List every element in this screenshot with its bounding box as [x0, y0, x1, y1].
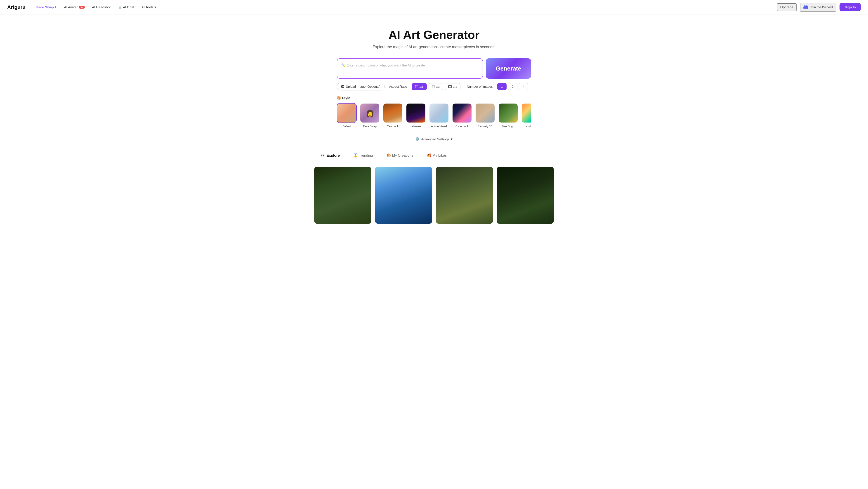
gallery-thumb-3: [436, 166, 493, 224]
gallery-item-3[interactable]: [436, 166, 493, 224]
style-image-halloween: [406, 103, 426, 123]
generate-button[interactable]: Generate: [486, 58, 531, 79]
style-face-swap[interactable]: 👩 Face Swap: [360, 103, 380, 128]
tab-my-likes-label: 🥰 My Likes: [427, 153, 447, 157]
style-section: 🎨 Style Default 👩 Face Swap Yearbook: [332, 96, 536, 135]
style-image-van-gogh: [499, 103, 518, 123]
num-2-button[interactable]: 2: [508, 83, 518, 90]
signin-button[interactable]: Sign In: [839, 3, 861, 11]
discord-label: Join the Discord: [810, 5, 833, 9]
nav-links: Face Swap ✦ AI Avatar hot AI Headshot 🍵 …: [34, 4, 777, 11]
logo[interactable]: Artguru: [7, 4, 26, 10]
style-thumb-landscape: [521, 103, 531, 123]
aspect-1-1[interactable]: 1:1: [412, 83, 427, 90]
num-options: 1 2 4: [497, 83, 528, 90]
controls-row: 🖼 Upload Image (Optional) Aspect Ratio 1…: [337, 83, 531, 90]
gallery-thumb-1: [314, 166, 371, 224]
tab-explore[interactable]: 👀 Explore: [314, 150, 346, 161]
gallery-grid: [314, 166, 554, 224]
portrait-icon: [432, 85, 434, 88]
landscape-icon: [448, 85, 452, 88]
style-anime-visual[interactable]: Anime Visual: [429, 103, 449, 128]
chevron-down-icon: ▾: [154, 5, 156, 9]
navbar: Artguru Face Swap ✦ AI Avatar hot AI Hea…: [0, 0, 868, 14]
style-thumb-van-gogh: [498, 103, 518, 123]
num-4-button[interactable]: 4: [519, 83, 528, 90]
generate-input-row: Generate: [337, 58, 531, 79]
settings-icon: ⚙️: [415, 137, 420, 141]
aspect-3-2[interactable]: 3:2: [445, 83, 460, 90]
prompt-input[interactable]: [337, 58, 483, 79]
nav-ai-headshot[interactable]: AI Headshot: [89, 4, 114, 10]
style-yearbook[interactable]: Yearbook: [383, 103, 403, 128]
hero-subtitle: Explore the magic of AI art generation -…: [4, 45, 864, 49]
discord-icon: [803, 5, 808, 10]
tab-explore-label: 👀 Explore: [321, 153, 340, 157]
nav-face-swap[interactable]: Face Swap ✦: [34, 4, 60, 10]
aspect-2-3[interactable]: 2:3: [429, 83, 443, 90]
ai-avatar-label: AI Avatar: [64, 5, 78, 9]
upload-image-button[interactable]: 🖼 Upload Image (Optional): [337, 83, 385, 90]
yearbook-inner: [383, 103, 402, 123]
advanced-settings-button[interactable]: ⚙️ Advanced Settings ▾: [415, 137, 453, 141]
style-carousel: Default 👩 Face Swap Yearbook: [337, 103, 531, 130]
faceswap-inner: 👩: [360, 103, 379, 123]
tab-trending[interactable]: 🥇 Trending: [346, 150, 380, 161]
hot-badge: hot: [79, 6, 85, 8]
style-default[interactable]: Default: [337, 103, 357, 128]
style-label-cyberpunk: Cyberpunk: [456, 125, 469, 128]
gallery-item-2[interactable]: [375, 166, 432, 224]
tabs-section: 👀 Explore 🥇 Trending 🎨 My Creations 🥰 My…: [310, 148, 558, 161]
style-image-anime-visual: [430, 103, 448, 123]
gallery-item-1[interactable]: [314, 166, 371, 224]
style-label-van-gogh: Van Gogh: [502, 125, 514, 128]
num-1-button[interactable]: 1: [497, 83, 507, 90]
page-title: AI Art Generator: [4, 28, 864, 41]
gallery-thumb-4: [497, 166, 554, 224]
ai-tools-label: AI Tools: [142, 5, 153, 9]
style-label-default: Default: [342, 125, 351, 128]
num-images-label: Number of images: [467, 85, 493, 88]
upload-icon: 🖼: [341, 85, 344, 88]
style-thumb-face-swap: 👩: [360, 103, 380, 123]
tab-my-creations[interactable]: 🎨 My Creations: [380, 150, 420, 161]
style-fantasy3d[interactable]: Fantasty 3D: [475, 103, 495, 128]
style-label-face-swap: Face Swap: [363, 125, 377, 128]
hero-section: AI Art Generator Explore the magic of AI…: [0, 14, 868, 58]
style-label-landscape: Landscape: [525, 125, 531, 128]
aspect-3-2-label: 3:2: [453, 85, 457, 88]
nav-ai-tools[interactable]: AI Tools ▾: [139, 4, 159, 11]
style-label-yearbook: Yearbook: [387, 125, 399, 128]
nav-ai-chat[interactable]: 🍵 AI Chat: [115, 4, 137, 11]
advanced-label: Advanced Settings: [421, 137, 450, 141]
style-van-gogh[interactable]: Van Gogh: [498, 103, 518, 128]
style-image-face-swap: 👩: [360, 103, 379, 123]
style-header: 🎨 Style: [337, 96, 531, 100]
halloween-inner: [406, 103, 426, 123]
nav-right: Upgrade Join the Discord Sign In: [777, 3, 861, 11]
gallery-section: [310, 161, 558, 229]
gallery-item-4[interactable]: [497, 166, 554, 224]
style-landscape[interactable]: Landscape: [521, 103, 531, 128]
style-thumb-default: [337, 103, 357, 123]
style-thumb-fantasy3d: [475, 103, 495, 123]
style-label-anime-visual: Anime Visual: [431, 125, 447, 128]
style-halloween[interactable]: Halloween: [406, 103, 426, 128]
style-image-default: [337, 103, 356, 123]
aspect-ratio-label: Aspect Ratio: [389, 85, 407, 88]
nav-ai-avatar[interactable]: AI Avatar hot: [61, 4, 88, 10]
style-thumb-yearbook: [383, 103, 403, 123]
ai-headshot-label: AI Headshot: [92, 5, 111, 9]
upgrade-button[interactable]: Upgrade: [777, 3, 797, 11]
aspect-2-3-label: 2:3: [436, 85, 440, 88]
gallery-thumb-2: [375, 166, 432, 224]
aspect-1-1-label: 1:1: [419, 85, 423, 88]
tab-my-likes[interactable]: 🥰 My Likes: [420, 150, 454, 161]
style-thumb-cyberpunk: [452, 103, 472, 123]
tab-trending-label: 🥇 Trending: [353, 153, 373, 157]
style-cyberpunk[interactable]: Cyberpunk: [452, 103, 472, 128]
generate-section: Generate 🖼 Upload Image (Optional) Aspec…: [332, 58, 536, 90]
advanced-section: ⚙️ Advanced Settings ▾: [332, 135, 536, 148]
discord-button[interactable]: Join the Discord: [800, 3, 836, 11]
chevron-down-icon: ▾: [451, 137, 453, 141]
